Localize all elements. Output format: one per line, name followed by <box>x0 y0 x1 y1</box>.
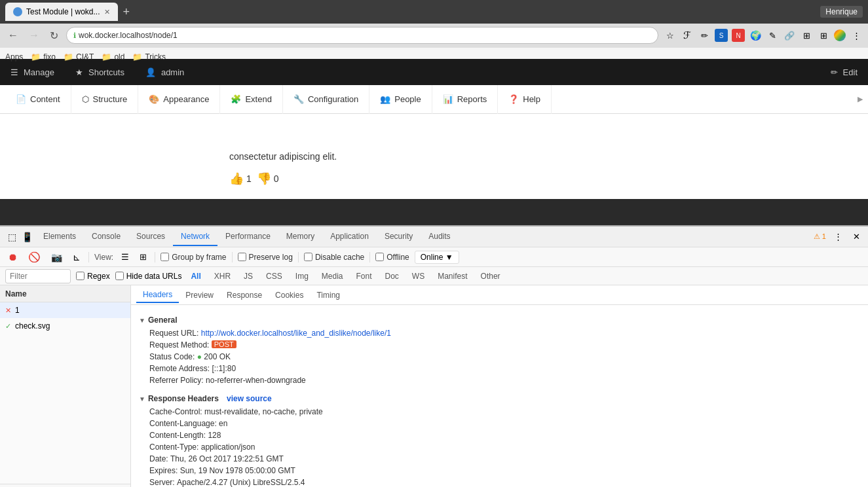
nav-reports[interactable]: 📊 Reports <box>432 85 499 114</box>
extension3-icon[interactable]: 🌍 <box>749 29 762 42</box>
dislike-button[interactable]: 👎 0 <box>257 171 279 186</box>
camera-button[interactable]: 📷 <box>48 251 65 264</box>
response-headers-triangle-icon: ▼ <box>139 395 145 403</box>
apps-grid-icon[interactable]: ⊞ <box>800 29 813 42</box>
nav-configuration[interactable]: 🔧 Configuration <box>283 85 369 114</box>
devtools-inspect-button[interactable]: ⬚ <box>5 230 19 244</box>
tab-preview[interactable]: Preview <box>179 288 220 302</box>
online-button[interactable]: Online ▼ <box>415 251 459 264</box>
nav-people[interactable]: 👥 People <box>369 85 432 114</box>
filter-ws[interactable]: WS <box>408 270 428 282</box>
nav-structure[interactable]: ⬡ Structure <box>71 85 139 114</box>
new-tab-button[interactable]: + <box>119 5 134 19</box>
tab-sources[interactable]: Sources <box>128 228 173 246</box>
tab-security[interactable]: Security <box>377 228 421 246</box>
devtools-close-button[interactable]: ✕ <box>850 230 863 243</box>
tab-network[interactable]: Network <box>173 228 217 246</box>
request-method-key: Request Method: <box>149 340 209 350</box>
filter-button[interactable]: ⊾ <box>70 251 83 264</box>
regex-input[interactable] <box>76 272 85 280</box>
offline-input[interactable] <box>375 253 384 261</box>
offline-checkbox[interactable]: Offline <box>375 253 409 262</box>
nav-appearance[interactable]: 🎨 Appearance <box>138 85 220 114</box>
nav-content[interactable]: 📄 Content <box>5 85 71 114</box>
nav-help[interactable]: ❓ Help <box>498 85 552 114</box>
group-by-frame-checkbox[interactable]: Group by frame <box>160 253 226 262</box>
clear-button[interactable]: 🚫 <box>26 250 43 264</box>
filter-manifest[interactable]: Manifest <box>434 270 471 282</box>
tab-memory[interactable]: Memory <box>278 228 322 246</box>
general-section-header[interactable]: ▼ General <box>139 316 860 325</box>
filmstrip-view-button[interactable]: ⊞ <box>137 251 149 263</box>
drupal-admin-left: ☰ Manage ★ Shortcuts 👤 admin <box>0 59 195 85</box>
group-by-frame-input[interactable] <box>160 253 169 261</box>
tab-title: Test Module | wokd... <box>26 7 100 16</box>
filter-xhr[interactable]: XHR <box>210 270 235 282</box>
filter-css[interactable]: CSS <box>262 270 286 282</box>
tab-application[interactable]: Application <box>322 228 377 246</box>
link-icon[interactable]: 🔗 <box>783 29 796 42</box>
like-button[interactable]: 👍 1 <box>229 171 252 186</box>
list-view-button[interactable]: ☰ <box>119 251 132 263</box>
filter-input[interactable] <box>5 269 71 283</box>
address-bar[interactable]: ℹ wok.docker.localhost/node/1 <box>66 27 658 44</box>
toolbar-separator4 <box>298 252 299 262</box>
tab-audits[interactable]: Audits <box>421 228 458 246</box>
request-url-row: Request URL: http://wok.docker.localhost… <box>139 327 860 339</box>
tab-close-button[interactable]: ✕ <box>104 8 110 16</box>
devtools-more-button[interactable]: ⋮ <box>831 230 845 243</box>
request-item-check[interactable]: ✓ check.svg <box>0 318 130 334</box>
online-dropdown-icon: ▼ <box>445 253 453 262</box>
response-headers-section-header[interactable]: ▼ Response Headers view source <box>139 394 860 403</box>
tab-timing[interactable]: Timing <box>310 288 347 302</box>
tab-response[interactable]: Response <box>220 288 269 302</box>
menu-icon[interactable]: ⋮ <box>850 29 863 42</box>
tab-console[interactable]: Console <box>84 228 128 246</box>
devtools-device-button[interactable]: 📱 <box>19 230 35 244</box>
tab-elements[interactable]: Elements <box>35 228 84 246</box>
extension2-icon[interactable]: N <box>732 29 745 42</box>
request-method-row: Request Method: POST <box>139 339 860 351</box>
pencil-icon[interactable]: ✎ <box>766 29 779 42</box>
tab-cookies[interactable]: Cookies <box>269 288 310 302</box>
chrome-icon[interactable] <box>834 29 846 41</box>
filter-all[interactable]: All <box>187 270 204 282</box>
response-headers-view-source[interactable]: view source <box>227 394 272 403</box>
nav-right-arrow[interactable]: ▶ <box>858 95 863 103</box>
shortcuts-button[interactable]: ★ Shortcuts <box>65 59 135 85</box>
eyedropper-icon[interactable]: ✏ <box>698 29 711 42</box>
reload-button[interactable]: ↻ <box>47 28 61 43</box>
filter-other[interactable]: Other <box>477 270 504 282</box>
header-tabs: Headers Preview Response Cookies Timing <box>131 285 868 305</box>
edit-button[interactable]: ✏ Edit <box>820 59 868 85</box>
filter-js[interactable]: JS <box>240 270 257 282</box>
dislike-count: 0 <box>274 173 279 184</box>
nav-extend[interactable]: 🧩 Extend <box>220 85 282 114</box>
admin-button[interactable]: 👤 admin <box>135 59 195 85</box>
general-triangle-icon: ▼ <box>139 317 145 324</box>
hide-data-urls-input[interactable] <box>115 272 124 280</box>
back-button[interactable]: ← <box>5 28 21 43</box>
forward-button[interactable]: → <box>26 28 42 43</box>
request-item-1[interactable]: ✕ 1 <box>0 302 130 318</box>
preserve-log-input[interactable] <box>238 253 246 261</box>
hide-data-urls-checkbox[interactable]: Hide data URLs <box>115 272 182 281</box>
more-tools-icon[interactable]: ⊞ <box>817 29 830 42</box>
referrer-policy-row: Referrer Policy: no-referrer-when-downgr… <box>139 374 860 386</box>
record-button[interactable]: ⏺ <box>5 250 20 264</box>
bookmark-star-icon[interactable]: ☆ <box>664 29 677 42</box>
disable-cache-checkbox[interactable]: Disable cache <box>304 253 364 262</box>
preserve-log-checkbox[interactable]: Preserve log <box>238 253 293 262</box>
filter-doc[interactable]: Doc <box>381 270 403 282</box>
filter-img[interactable]: Img <box>292 270 312 282</box>
filter-font[interactable]: Font <box>352 270 376 282</box>
format-icon[interactable]: ℱ <box>681 29 694 42</box>
filter-media[interactable]: Media <box>318 270 347 282</box>
active-tab[interactable]: Test Module | wokd... ✕ <box>5 3 118 21</box>
tab-performance[interactable]: Performance <box>217 228 278 246</box>
disable-cache-input[interactable] <box>304 253 312 261</box>
tab-headers[interactable]: Headers <box>136 287 179 303</box>
extension1-icon[interactable]: S <box>715 29 728 42</box>
regex-checkbox[interactable]: Regex <box>76 272 110 281</box>
manage-button[interactable]: ☰ Manage <box>0 59 65 85</box>
